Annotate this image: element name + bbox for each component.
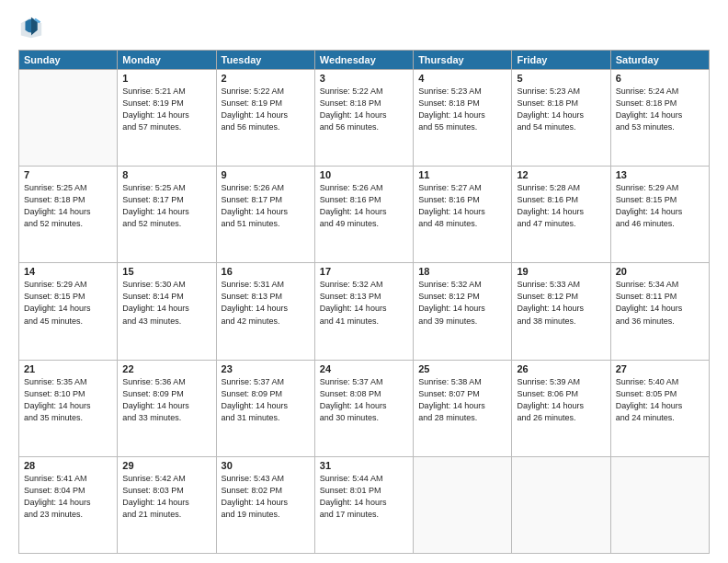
day-cell (512, 456, 610, 553)
day-cell: 20Sunrise: 5:34 AM Sunset: 8:11 PM Dayli… (610, 263, 709, 360)
day-cell: 1Sunrise: 5:21 AM Sunset: 8:19 PM Daylig… (118, 70, 216, 167)
calendar: SundayMondayTuesdayWednesdayThursdayFrid… (18, 50, 710, 554)
day-info: Sunrise: 5:43 AM Sunset: 8:02 PM Dayligh… (222, 473, 310, 521)
day-info: Sunrise: 5:41 AM Sunset: 8:04 PM Dayligh… (24, 473, 112, 521)
week-row-1: 1Sunrise: 5:21 AM Sunset: 8:19 PM Daylig… (19, 70, 710, 167)
day-info: Sunrise: 5:23 AM Sunset: 8:18 PM Dayligh… (418, 86, 506, 133)
day-info: Sunrise: 5:44 AM Sunset: 8:01 PM Dayligh… (320, 473, 408, 521)
day-cell: 14Sunrise: 5:29 AM Sunset: 8:15 PM Dayli… (19, 263, 118, 360)
day-info: Sunrise: 5:38 AM Sunset: 8:07 PM Dayligh… (418, 376, 506, 424)
week-row-2: 7Sunrise: 5:25 AM Sunset: 8:18 PM Daylig… (19, 167, 710, 263)
day-cell: 7Sunrise: 5:25 AM Sunset: 8:18 PM Daylig… (19, 167, 118, 263)
day-number: 5 (517, 73, 605, 84)
day-info: Sunrise: 5:30 AM Sunset: 8:14 PM Dayligh… (122, 279, 210, 327)
day-number: 24 (320, 363, 408, 374)
day-info: Sunrise: 5:23 AM Sunset: 8:18 PM Dayligh… (517, 86, 605, 133)
day-info: Sunrise: 5:32 AM Sunset: 8:12 PM Dayligh… (418, 279, 506, 327)
weekday-saturday: Saturday (610, 51, 709, 70)
day-number: 31 (320, 460, 408, 471)
day-number: 23 (222, 363, 310, 374)
day-cell: 27Sunrise: 5:40 AM Sunset: 8:05 PM Dayli… (610, 360, 709, 456)
week-row-5: 28Sunrise: 5:41 AM Sunset: 8:04 PM Dayli… (19, 456, 710, 553)
day-number: 22 (122, 363, 210, 374)
day-info: Sunrise: 5:27 AM Sunset: 8:16 PM Dayligh… (418, 182, 506, 230)
day-cell: 6Sunrise: 5:24 AM Sunset: 8:18 PM Daylig… (610, 70, 709, 167)
weekday-header-row: SundayMondayTuesdayWednesdayThursdayFrid… (19, 51, 710, 70)
day-info: Sunrise: 5:22 AM Sunset: 8:19 PM Dayligh… (222, 86, 310, 133)
day-info: Sunrise: 5:36 AM Sunset: 8:09 PM Dayligh… (122, 376, 210, 424)
week-row-3: 14Sunrise: 5:29 AM Sunset: 8:15 PM Dayli… (19, 263, 710, 360)
day-cell: 29Sunrise: 5:42 AM Sunset: 8:03 PM Dayli… (118, 456, 216, 553)
day-info: Sunrise: 5:22 AM Sunset: 8:18 PM Dayligh… (320, 86, 408, 133)
day-number: 19 (517, 266, 605, 277)
header (18, 15, 710, 40)
day-cell: 28Sunrise: 5:41 AM Sunset: 8:04 PM Dayli… (19, 456, 118, 553)
day-number: 18 (418, 266, 506, 277)
day-cell: 22Sunrise: 5:36 AM Sunset: 8:09 PM Dayli… (118, 360, 216, 456)
day-number: 9 (222, 169, 310, 180)
day-cell (610, 456, 709, 553)
day-info: Sunrise: 5:26 AM Sunset: 8:17 PM Dayligh… (222, 182, 310, 230)
day-number: 16 (222, 266, 310, 277)
day-cell: 31Sunrise: 5:44 AM Sunset: 8:01 PM Dayli… (314, 456, 413, 553)
day-number: 12 (517, 169, 605, 180)
day-info: Sunrise: 5:29 AM Sunset: 8:15 PM Dayligh… (24, 279, 112, 327)
day-info: Sunrise: 5:25 AM Sunset: 8:17 PM Dayligh… (122, 182, 210, 230)
day-number: 2 (222, 73, 310, 84)
day-number: 20 (616, 266, 704, 277)
day-info: Sunrise: 5:25 AM Sunset: 8:18 PM Dayligh… (24, 182, 112, 230)
day-cell: 26Sunrise: 5:39 AM Sunset: 8:06 PM Dayli… (512, 360, 610, 456)
day-info: Sunrise: 5:32 AM Sunset: 8:13 PM Dayligh… (320, 279, 408, 327)
day-cell: 18Sunrise: 5:32 AM Sunset: 8:12 PM Dayli… (414, 263, 512, 360)
day-number: 3 (320, 73, 408, 84)
day-number: 30 (222, 460, 310, 471)
day-cell: 15Sunrise: 5:30 AM Sunset: 8:14 PM Dayli… (118, 263, 216, 360)
day-info: Sunrise: 5:21 AM Sunset: 8:19 PM Dayligh… (122, 86, 210, 133)
weekday-sunday: Sunday (19, 51, 118, 70)
day-number: 27 (616, 363, 704, 374)
weekday-thursday: Thursday (414, 51, 512, 70)
day-info: Sunrise: 5:39 AM Sunset: 8:06 PM Dayligh… (517, 376, 605, 424)
day-info: Sunrise: 5:40 AM Sunset: 8:05 PM Dayligh… (616, 376, 704, 424)
day-info: Sunrise: 5:42 AM Sunset: 8:03 PM Dayligh… (122, 473, 210, 521)
day-cell (414, 456, 512, 553)
day-cell: 30Sunrise: 5:43 AM Sunset: 8:02 PM Dayli… (216, 456, 314, 553)
day-number: 11 (418, 169, 506, 180)
day-number: 17 (320, 266, 408, 277)
day-info: Sunrise: 5:33 AM Sunset: 8:12 PM Dayligh… (517, 279, 605, 327)
day-cell: 5Sunrise: 5:23 AM Sunset: 8:18 PM Daylig… (512, 70, 610, 167)
week-row-4: 21Sunrise: 5:35 AM Sunset: 8:10 PM Dayli… (19, 360, 710, 456)
day-number: 6 (616, 73, 704, 84)
day-cell: 2Sunrise: 5:22 AM Sunset: 8:19 PM Daylig… (216, 70, 314, 167)
day-cell: 13Sunrise: 5:29 AM Sunset: 8:15 PM Dayli… (610, 167, 709, 263)
day-info: Sunrise: 5:31 AM Sunset: 8:13 PM Dayligh… (222, 279, 310, 327)
day-cell: 23Sunrise: 5:37 AM Sunset: 8:09 PM Dayli… (216, 360, 314, 456)
day-cell: 21Sunrise: 5:35 AM Sunset: 8:10 PM Dayli… (19, 360, 118, 456)
logo (18, 15, 48, 40)
day-number: 14 (24, 266, 112, 277)
day-cell: 25Sunrise: 5:38 AM Sunset: 8:07 PM Dayli… (414, 360, 512, 456)
day-info: Sunrise: 5:24 AM Sunset: 8:18 PM Dayligh… (616, 86, 704, 133)
day-cell: 17Sunrise: 5:32 AM Sunset: 8:13 PM Dayli… (314, 263, 413, 360)
day-info: Sunrise: 5:37 AM Sunset: 8:09 PM Dayligh… (222, 376, 310, 424)
day-number: 7 (24, 169, 112, 180)
day-number: 4 (418, 73, 506, 84)
day-number: 1 (122, 73, 210, 84)
day-number: 8 (122, 169, 210, 180)
weekday-tuesday: Tuesday (216, 51, 314, 70)
day-info: Sunrise: 5:29 AM Sunset: 8:15 PM Dayligh… (616, 182, 704, 230)
weekday-wednesday: Wednesday (314, 51, 413, 70)
day-cell: 11Sunrise: 5:27 AM Sunset: 8:16 PM Dayli… (414, 167, 512, 263)
day-cell: 19Sunrise: 5:33 AM Sunset: 8:12 PM Dayli… (512, 263, 610, 360)
day-cell: 16Sunrise: 5:31 AM Sunset: 8:13 PM Dayli… (216, 263, 314, 360)
day-number: 25 (418, 363, 506, 374)
day-number: 28 (24, 460, 112, 471)
day-info: Sunrise: 5:34 AM Sunset: 8:11 PM Dayligh… (616, 279, 704, 327)
day-number: 21 (24, 363, 112, 374)
weekday-monday: Monday (118, 51, 216, 70)
day-info: Sunrise: 5:26 AM Sunset: 8:16 PM Dayligh… (320, 182, 408, 230)
day-cell (19, 70, 118, 167)
day-number: 15 (122, 266, 210, 277)
day-info: Sunrise: 5:37 AM Sunset: 8:08 PM Dayligh… (320, 376, 408, 424)
day-number: 13 (616, 169, 704, 180)
